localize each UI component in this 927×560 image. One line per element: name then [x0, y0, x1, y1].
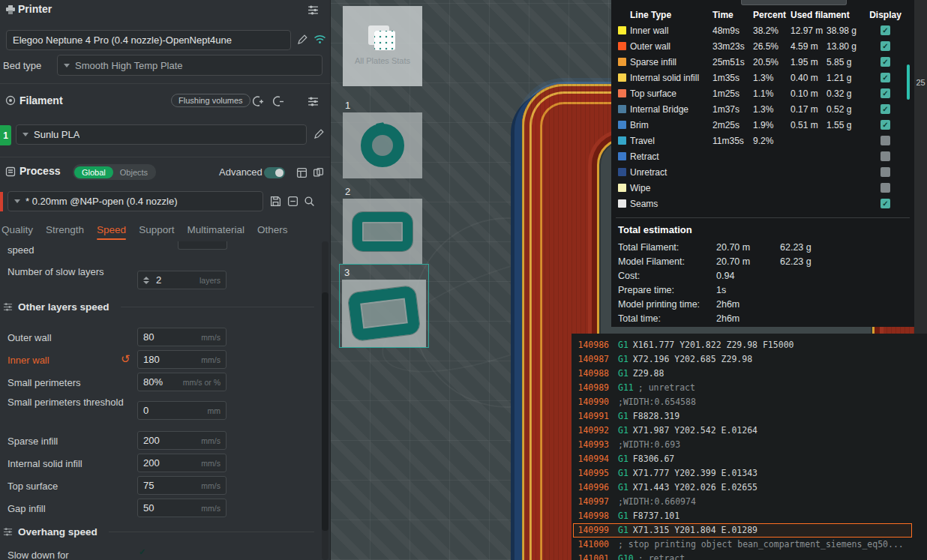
sparse-infill-speed-input[interactable]: 200 mm/s [137, 431, 226, 450]
gcode-line[interactable]: 140987G1X72.196 Y202.685 Z29.98 [573, 352, 912, 367]
tab-others[interactable]: Others [257, 222, 288, 240]
edit-filament-icon[interactable] [310, 126, 327, 142]
line-type-name: Seams [630, 199, 712, 209]
filament-settings-icon[interactable] [304, 93, 321, 109]
gcode-line[interactable]: 140994G1F8306.67 [573, 452, 912, 466]
advanced-toggle[interactable] [264, 167, 285, 178]
line-type-name: Unretract [630, 167, 712, 178]
process-tabs: Quality Strength Speed Support Multimate… [2, 222, 300, 240]
gcode-line[interactable]: 141000; stop printing object bean_compar… [573, 538, 912, 552]
gcode-line[interactable]: 140997;WIDTH:0.660974 [573, 495, 912, 509]
remove-filament-icon[interactable] [270, 93, 286, 109]
line-type-row: Top surface 1m25s 1.1% 0.10 m 0.32 g [611, 85, 914, 101]
add-filament-icon[interactable] [250, 93, 266, 109]
display-checkbox[interactable] [880, 167, 890, 177]
line-type-swatch [618, 121, 626, 129]
search-settings-icon[interactable] [301, 193, 317, 209]
total-value-weight: 62.23 g [780, 242, 914, 253]
outer-wall-speed-input[interactable]: 80 mm/s [137, 328, 226, 346]
all-plates-stats-card[interactable]: All Plates Stats [343, 6, 422, 86]
display-checkbox[interactable] [880, 73, 890, 82]
stepper-up-icon[interactable] [143, 277, 149, 280]
display-checkbox[interactable] [880, 88, 890, 98]
filament-preset-combo[interactable]: Sunlu PLA [16, 124, 307, 145]
small-perimeters-input[interactable]: 80% mm/s or % [137, 373, 226, 391]
compare-presets-icon[interactable] [310, 164, 326, 181]
tab-support[interactable]: Support [139, 222, 174, 240]
inner-wall-speed-input[interactable]: 180 mm/s [137, 350, 226, 369]
process-preset-combo[interactable]: * 0.20mm @N4P-open (0.4 nozzle) [8, 191, 263, 211]
line-type-time: 11m35s [712, 136, 753, 146]
chevron-down-icon [14, 199, 20, 203]
display-checkbox[interactable] [880, 25, 890, 35]
gcode-line[interactable]: 140988G1Z29.88 [573, 367, 912, 381]
internal-solid-infill-speed-input[interactable]: 200 mm/s [137, 454, 226, 472]
display-checkbox[interactable] [880, 57, 890, 67]
gcode-line[interactable]: 140995G1X71.777 Y202.399 E.01343 [573, 466, 912, 481]
display-checkbox[interactable] [880, 183, 890, 193]
layer-slider-handle[interactable] [907, 64, 910, 100]
printer-preset-combo[interactable]: Elegoo Neptune 4 Pro (0.4 nozzle)-OpenNe… [6, 30, 291, 50]
gcode-line[interactable]: 140989G11; unretract [573, 381, 912, 395]
small-perimeters-threshold-input[interactable]: 0 mm [137, 401, 226, 420]
stepper-arrows[interactable] [143, 277, 149, 284]
scope-objects-button[interactable]: Objects [113, 166, 154, 178]
scope-global-button[interactable]: Global [74, 166, 113, 178]
total-row: Cost: 0.94 [611, 268, 914, 283]
gcode-line[interactable]: 140998G1F8737.101 [573, 509, 912, 523]
gcode-line[interactable]: 140996G1X71.443 Y202.026 E.02655 [573, 481, 912, 495]
tab-quality[interactable]: Quality [2, 222, 33, 240]
display-checkbox[interactable] [880, 199, 890, 208]
delete-preset-icon[interactable] [284, 193, 301, 209]
top-surface-speed-input[interactable]: 75 mm/s [137, 476, 226, 495]
clipped-input[interactable] [178, 241, 227, 250]
process-section-title: Process [20, 165, 60, 177]
tab-speed[interactable]: Speed [97, 222, 126, 240]
save-preset-icon[interactable] [267, 193, 284, 209]
display-checkbox[interactable] [880, 151, 890, 161]
gcode-viewer[interactable]: 140986G1X161.777 Y201.822 Z29.98 F15000 … [572, 334, 927, 560]
printer-settings-icon[interactable] [304, 1, 321, 18]
gcode-line-highlighted[interactable]: 140999G1X71.315 Y201.804 E.01289 [573, 523, 912, 538]
total-label: Total time: [618, 313, 716, 324]
display-checkbox[interactable] [880, 41, 890, 51]
line-type-name: Retract [630, 151, 712, 162]
edit-printer-icon[interactable] [294, 31, 310, 48]
display-checkbox[interactable] [880, 136, 890, 145]
section-other-layers-speed: Other layers speed [3, 301, 314, 313]
gcode-line[interactable]: 140990;WIDTH:0.654588 [573, 395, 912, 409]
plate-thumbnail-1[interactable]: 1 [343, 100, 422, 178]
line-type-row: Unretract [611, 164, 914, 180]
undo-icon[interactable]: ↺ [121, 353, 130, 364]
gcode-line[interactable]: 141001G10; retract [573, 552, 912, 560]
gcode-line[interactable]: 140986G1X161.777 Y201.822 Z29.98 F15000 [573, 338, 912, 352]
slow-layers-stepper[interactable]: 2 layers [137, 271, 226, 289]
gap-infill-speed-input[interactable]: 50 mm/s [137, 499, 226, 517]
plate-thumbnail-3-selected[interactable]: 3 [339, 264, 429, 348]
line-type-row: Outer wall 33m23s 26.5% 4.59 m 13.80 g [611, 38, 914, 54]
settings-scrollbar-thumb[interactable] [322, 292, 328, 531]
gcode-line[interactable]: 140991G1F8828.319 [573, 409, 912, 424]
flushing-volumes-button[interactable]: Flushing volumes [171, 94, 250, 107]
bed-type-combo[interactable]: Smooth High Temp Plate [57, 55, 322, 76]
setting-unit: mm [208, 406, 221, 415]
filament-slot-badge[interactable]: 1 [0, 125, 11, 145]
color-scheme-combo-partial[interactable] [741, 0, 847, 5]
parameter-table-icon[interactable] [293, 164, 310, 181]
stacked-plates-icon [368, 25, 397, 51]
gcode-line[interactable]: 140993;WIDTH:0.693 [573, 438, 912, 452]
display-checkbox[interactable] [880, 104, 890, 114]
line-type-time: 48m9s [712, 25, 753, 36]
plate-preview [343, 199, 422, 265]
wifi-connection-icon[interactable] [311, 31, 328, 47]
tab-strength[interactable]: Strength [46, 222, 84, 240]
gcode-line[interactable]: 140992G1X71.987 Y202.542 E.01264 [573, 424, 912, 438]
plate-number: 3 [344, 267, 426, 278]
plate-thumbnail-2[interactable]: 2 [343, 186, 422, 265]
line-type-time: 1m37s [712, 104, 753, 115]
stepper-down-icon[interactable] [143, 281, 149, 284]
line-type-swatch [618, 73, 626, 82]
display-checkbox[interactable] [880, 120, 890, 130]
tab-multimaterial[interactable]: Multimaterial [187, 222, 244, 240]
line-type-weight: 38.98 g [826, 25, 864, 36]
